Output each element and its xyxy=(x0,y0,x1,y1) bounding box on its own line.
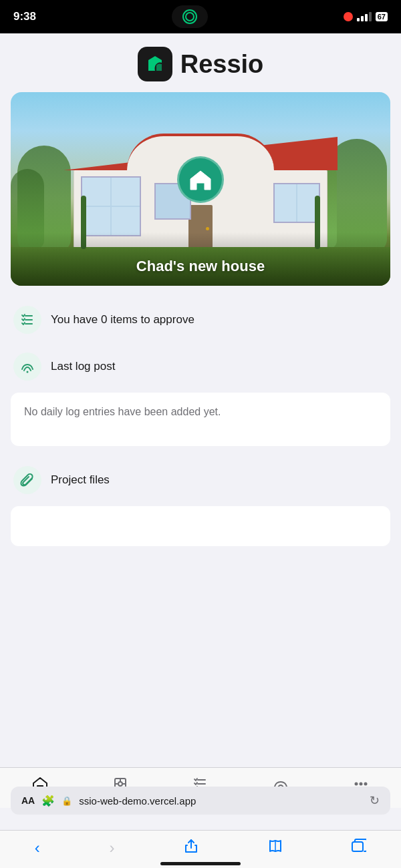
app-title: Ressio xyxy=(180,50,264,79)
app-header: Ressio xyxy=(0,33,401,92)
paperclip-icon xyxy=(20,473,35,487)
log-row[interactable]: Last log post xyxy=(0,343,401,390)
approvals-row[interactable]: You have 0 items to approve xyxy=(0,296,401,343)
project-files-card xyxy=(11,506,390,546)
dynamic-island-icon xyxy=(182,9,197,24)
forward-button[interactable]: › xyxy=(102,836,121,860)
svg-point-14 xyxy=(355,783,358,786)
status-bar: 9:38 67 xyxy=(0,0,401,33)
browser-reload-icon[interactable]: ↺ xyxy=(370,793,380,808)
hero-house-icon xyxy=(177,156,224,203)
status-indicators: 67 xyxy=(344,12,388,21)
log-label: Last log post xyxy=(51,360,115,373)
door-handle xyxy=(206,227,209,230)
browser-lock-icon: 🔒 xyxy=(61,796,72,806)
browser-url-display[interactable]: ssio-web-demo.vercel.app xyxy=(79,795,363,807)
svg-point-3 xyxy=(27,371,29,373)
app-container: Ressio xyxy=(0,33,401,546)
bookmarks-button[interactable] xyxy=(261,836,289,860)
svg-point-15 xyxy=(360,783,363,786)
browser-aa[interactable]: AA xyxy=(21,795,35,806)
browser-bar[interactable]: AA 🧩 🔒 ssio-web-demo.vercel.app ↺ xyxy=(11,787,390,815)
hero-title: Chad's new house xyxy=(136,258,265,275)
home-indicator xyxy=(160,862,241,865)
files-icon-container xyxy=(13,466,41,494)
window-right xyxy=(273,183,320,223)
svg-point-5 xyxy=(118,782,122,786)
browser-extensions-icon: 🧩 xyxy=(41,795,55,807)
log-empty-message: No daily log entries have been added yet… xyxy=(24,406,221,417)
house-svg-icon xyxy=(186,166,215,194)
files-label: Project files xyxy=(51,473,110,487)
svg-point-16 xyxy=(364,783,368,786)
log-card: No daily log entries have been added yet… xyxy=(11,393,390,446)
hero-image-container[interactable]: Chad's new house xyxy=(11,92,390,286)
battery-indicator: 67 xyxy=(376,12,388,21)
logo-icon xyxy=(144,53,166,75)
log-icon-container xyxy=(13,353,41,381)
time-display: 9:38 xyxy=(13,10,36,23)
signal-bars xyxy=(357,12,372,21)
share-icon xyxy=(184,839,198,853)
project-files-row[interactable]: Project files xyxy=(0,457,401,503)
book-icon xyxy=(268,839,283,853)
checklist-icon xyxy=(20,312,35,327)
app-logo xyxy=(138,47,172,81)
approvals-icon-container xyxy=(13,306,41,334)
dynamic-island xyxy=(172,5,208,28)
tabs-button[interactable] xyxy=(345,836,373,860)
signal-icon xyxy=(20,359,35,374)
svg-rect-18 xyxy=(352,842,363,851)
back-button[interactable]: ‹ xyxy=(28,836,47,860)
record-indicator xyxy=(344,12,353,21)
tabs-icon xyxy=(352,839,366,853)
approvals-text: You have 0 items to approve xyxy=(51,313,194,327)
share-button[interactable] xyxy=(177,836,205,860)
window-left-large xyxy=(81,176,141,236)
